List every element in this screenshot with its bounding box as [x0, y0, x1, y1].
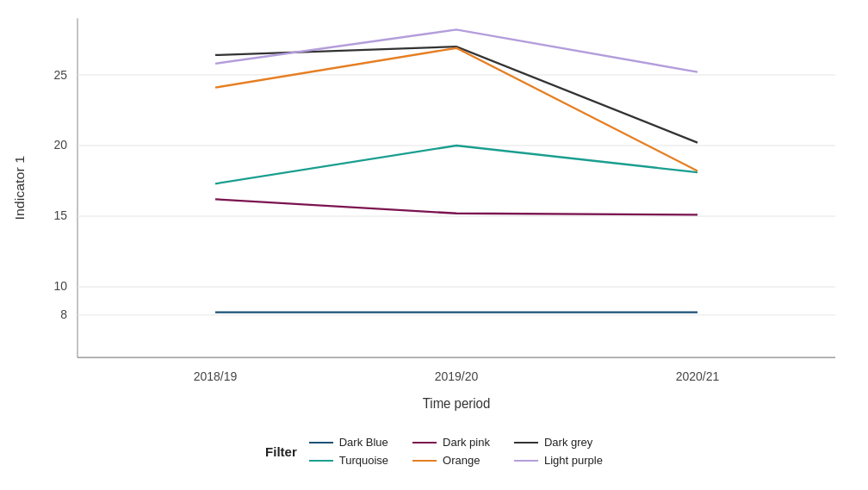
- legend-item-light-purple: Light purple: [514, 454, 603, 467]
- chart-container: 8 10 15 20 25 2018/19 2019/20 2020/21 In…: [0, 0, 868, 490]
- legend-label-dark-pink: Dark pink: [443, 436, 490, 449]
- legend-line-dark-pink: [412, 442, 437, 443]
- legend-label-orange: Orange: [443, 454, 480, 467]
- y-tick-25: 25: [53, 67, 67, 81]
- line-light-purple: [215, 29, 698, 71]
- chart-svg: 8 10 15 20 25 2018/19 2019/20 2020/21 In…: [0, 0, 868, 412]
- y-tick-15: 15: [53, 208, 67, 222]
- legend-line-turquoise: [309, 460, 333, 462]
- x-tick-2018: 2018/19: [194, 369, 238, 382]
- legend-label-dark-grey: Dark grey: [544, 436, 592, 449]
- legend-line-dark-blue: [309, 442, 333, 443]
- legend-container: Filter Dark Blue Dark pink Dark grey Tur…: [0, 412, 868, 490]
- legend-label-turquoise: Turquoise: [339, 454, 388, 467]
- legend-item-dark-grey: Dark grey: [514, 436, 603, 449]
- line-orange: [215, 48, 698, 171]
- line-dark-pink: [215, 199, 698, 214]
- legend-label-dark-blue: Dark Blue: [339, 436, 388, 449]
- legend-item-dark-blue: Dark Blue: [309, 436, 388, 449]
- line-turquoise: [215, 146, 698, 183]
- chart-area: 8 10 15 20 25 2018/19 2019/20 2020/21 In…: [0, 0, 868, 412]
- y-tick-10: 10: [53, 279, 67, 293]
- line-dark-grey: [215, 47, 698, 143]
- legend-label-light-purple: Light purple: [544, 454, 603, 467]
- legend-item-turquoise: Turquoise: [309, 454, 388, 467]
- legend-line-orange: [412, 460, 437, 462]
- y-tick-20: 20: [53, 138, 67, 152]
- legend-line-light-purple: [514, 460, 538, 462]
- x-axis-label: Time period: [423, 395, 491, 411]
- y-tick-8: 8: [60, 307, 67, 321]
- legend-item-dark-pink: Dark pink: [412, 436, 490, 449]
- legend-line-dark-grey: [514, 442, 538, 443]
- y-axis-label: Indicator 1: [12, 156, 26, 220]
- legend-title: Filter: [265, 444, 297, 459]
- legend-item-orange: Orange: [412, 454, 490, 467]
- x-tick-2019: 2019/20: [435, 369, 479, 382]
- x-tick-2020: 2020/21: [676, 369, 720, 382]
- legend-grid: Dark Blue Dark pink Dark grey Turquoise …: [309, 436, 603, 467]
